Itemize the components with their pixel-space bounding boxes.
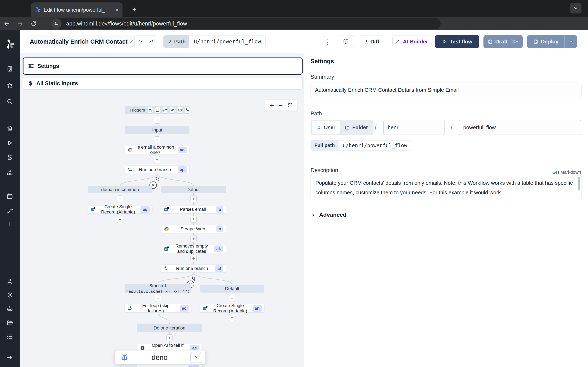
settings-panel-tab[interactable]: Settings bbox=[23, 58, 303, 75]
deploy-button[interactable]: Deploy bbox=[527, 35, 577, 48]
zoom-out-button[interactable]: − bbox=[279, 101, 283, 109]
sidebar-expand-icon[interactable] bbox=[6, 354, 13, 361]
add-step-button[interactable]: + bbox=[190, 195, 197, 202]
advanced-section-toggle[interactable]: Advanced bbox=[311, 212, 346, 218]
branch-add-icon[interactable] bbox=[155, 176, 160, 182]
add-step-button[interactable]: + bbox=[154, 117, 160, 124]
all-static-inputs-tab[interactable]: $ All Static Inputs bbox=[23, 77, 303, 90]
user-toggle[interactable]: User bbox=[311, 121, 340, 134]
docs-button[interactable] bbox=[337, 35, 355, 48]
reload-icon[interactable] bbox=[27, 21, 40, 27]
node-is-email-common[interactable]: Is email a common one? ao bbox=[125, 146, 190, 154]
header-path-widget[interactable]: Path u/henri/powerful_flow bbox=[163, 35, 266, 48]
summary-input[interactable]: Automatically Enrich CRM Contact Details… bbox=[311, 83, 581, 97]
connector-trigger-icon[interactable] bbox=[170, 107, 174, 113]
add-step-button[interactable]: + bbox=[117, 195, 123, 202]
node-removes-empty-duplicates[interactable]: TS Removes empty and duplicates ak bbox=[161, 245, 226, 253]
sidebar-flows-icon[interactable] bbox=[6, 208, 13, 215]
bug-icon bbox=[120, 353, 129, 362]
poll-trigger-icon[interactable] bbox=[185, 107, 190, 113]
deno-popup[interactable]: deno × bbox=[115, 350, 206, 364]
sidebar-user-icon[interactable] bbox=[6, 278, 13, 285]
input-node[interactable]: Input bbox=[125, 126, 190, 134]
add-step-button[interactable]: + bbox=[190, 216, 197, 223]
webhook-trigger-icon[interactable] bbox=[148, 107, 152, 113]
test-flow-label: Test flow bbox=[450, 39, 472, 45]
header-more-icon[interactable]: ⋮ bbox=[324, 38, 331, 46]
user-icon bbox=[316, 125, 321, 130]
diff-button[interactable]: ± Diff bbox=[360, 35, 384, 48]
sidebar-resources-icon[interactable] bbox=[6, 169, 13, 176]
branch-1-header[interactable]: Branch 1 results.c.some((x)=>x!="") bbox=[125, 284, 191, 293]
tab-search-chevron-icon[interactable] bbox=[570, 3, 581, 13]
description-textarea[interactable]: Populate your CRM contacts' details from… bbox=[311, 175, 581, 200]
email-trigger-icon[interactable] bbox=[177, 107, 182, 113]
sidebar-settings-icon[interactable] bbox=[6, 292, 13, 299]
back-icon[interactable] bbox=[0, 20, 13, 27]
sidebar-add-icon[interactable]: + bbox=[7, 219, 12, 229]
plusminus-icon: ± bbox=[365, 38, 368, 45]
sidebar-runs-icon[interactable] bbox=[6, 140, 13, 146]
windmill-logo[interactable] bbox=[4, 39, 15, 49]
fullscreen-button[interactable] bbox=[287, 103, 293, 108]
route-trigger-icon[interactable] bbox=[163, 107, 167, 113]
new-tab-button[interactable]: + bbox=[132, 5, 137, 14]
redo-button[interactable] bbox=[146, 35, 157, 48]
node-scrape-web[interactable]: Scrape Web c bbox=[161, 225, 226, 233]
add-step-button[interactable]: + bbox=[154, 156, 160, 163]
forward-icon[interactable] bbox=[13, 20, 27, 27]
sidebar-schedules-icon[interactable] bbox=[6, 193, 13, 200]
sidebar-variables-icon[interactable]: $ bbox=[8, 153, 12, 162]
add-step-button[interactable]: + bbox=[166, 334, 173, 341]
branch-icon bbox=[164, 266, 169, 271]
deploy-dropdown-chevron[interactable] bbox=[564, 35, 577, 48]
add-step-button[interactable]: + bbox=[190, 255, 197, 262]
node-parses-email[interactable]: TS Parses email a bbox=[161, 205, 226, 213]
node-run-one-branch-2[interactable]: Run one branch al bbox=[161, 264, 226, 273]
ai-builder-button[interactable]: AI Builder bbox=[392, 35, 430, 48]
do-one-iteration-header[interactable]: Do one iteration bbox=[137, 324, 202, 332]
sidebar-favorites-icon[interactable] bbox=[6, 82, 13, 89]
test-flow-button[interactable]: Test flow bbox=[435, 35, 479, 48]
path-label: Path bbox=[174, 39, 186, 45]
sidebar-logs-icon[interactable] bbox=[6, 333, 13, 340]
node-create-single-record-2[interactable]: TS Create Single Record (Airtable) an bbox=[200, 304, 264, 312]
add-step-button[interactable]: + bbox=[155, 295, 161, 302]
add-step-button[interactable]: + bbox=[154, 136, 160, 143]
branch-domain-is-common[interactable]: domain is common bbox=[88, 186, 152, 193]
path-user-input[interactable]: henri bbox=[383, 120, 445, 135]
tab-close-icon[interactable]: × bbox=[115, 7, 119, 13]
undo-button[interactable] bbox=[135, 35, 146, 48]
draft-button[interactable]: Draft ⌘S bbox=[484, 35, 523, 48]
add-step-button[interactable]: + bbox=[190, 235, 197, 242]
branch-default-2[interactable]: Default bbox=[200, 285, 264, 292]
branch-add-icon[interactable] bbox=[191, 276, 196, 281]
sidebar-workspace-icon[interactable] bbox=[7, 66, 13, 72]
branch-default-1[interactable]: Default bbox=[161, 186, 226, 193]
deno-popup-close-button[interactable]: × bbox=[190, 352, 202, 363]
triggers-bar[interactable]: Triggers bbox=[125, 106, 190, 114]
sidebar-workers-icon[interactable] bbox=[6, 305, 13, 312]
path-name-input[interactable]: powerful_flow bbox=[459, 120, 581, 135]
branch-icon bbox=[128, 167, 132, 172]
node-create-single-record-1[interactable]: TS Create Single Record (Airtable) aq bbox=[88, 205, 152, 213]
url-bar[interactable]: app.windmill.dev/flows/edit/u/henri/powe… bbox=[51, 18, 441, 29]
add-step-button[interactable]: + bbox=[229, 314, 235, 321]
site-settings-icon[interactable] bbox=[51, 18, 62, 29]
path-value[interactable]: u/henri/powerful_flow bbox=[189, 35, 265, 48]
folder-toggle[interactable]: Folder bbox=[340, 121, 372, 134]
schedule-trigger-icon[interactable] bbox=[155, 107, 160, 113]
add-step-button[interactable]: + bbox=[229, 295, 235, 302]
add-step-button[interactable]: + bbox=[117, 216, 123, 223]
node-run-one-branch-1[interactable]: Run one branch ap bbox=[125, 166, 190, 174]
url-text[interactable]: app.windmill.dev/flows/edit/u/henri/powe… bbox=[66, 21, 187, 27]
sidebar-search-icon[interactable] bbox=[6, 98, 13, 105]
node-for-loop[interactable]: For loop (skip failures) ac bbox=[125, 304, 191, 312]
sidebar-home-icon[interactable] bbox=[6, 125, 13, 132]
zoom-in-button[interactable]: + bbox=[270, 101, 274, 109]
sidebar-folders-icon[interactable] bbox=[6, 319, 13, 326]
flow-title-editable[interactable]: Automatically Enrich CRM Contact bbox=[27, 35, 138, 48]
browser-tab[interactable]: Edit Flow u/henri/powerful_flo × bbox=[31, 2, 122, 17]
path-user-value: henri bbox=[388, 124, 399, 131]
description-scrollbar[interactable] bbox=[578, 177, 580, 191]
